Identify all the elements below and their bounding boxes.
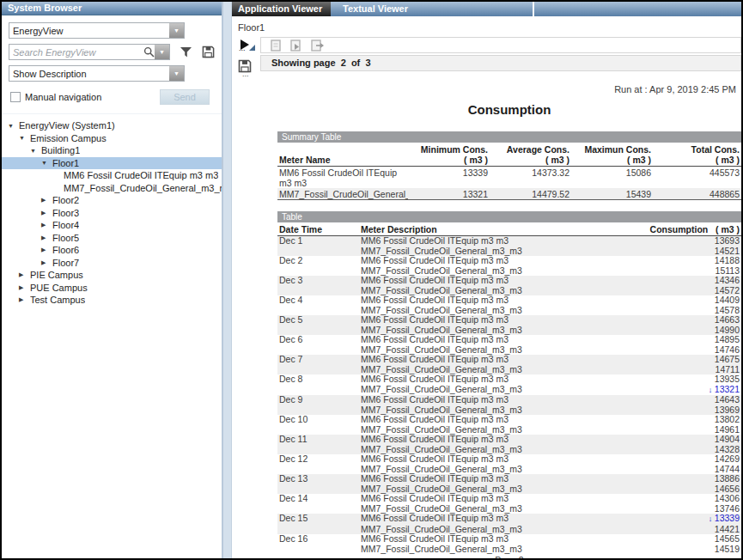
- summary-cell-maximum: 15086: [571, 167, 653, 189]
- summary-table: Meter Name Minimum Cons.( m3 ) Average C…: [277, 143, 741, 200]
- detail-cell-date: Dec 15: [277, 514, 359, 534]
- run-timestamp: Run at : Apr 9, 2019 2:45 PM: [277, 71, 741, 94]
- detail-cell-value: 14656: [645, 484, 741, 495]
- detail-cell-date: Dec 1: [277, 236, 359, 257]
- tree-expanded-icon[interactable]: ▼: [19, 135, 30, 141]
- tree-item-mm6-fossil-crudeoil-itequip-m3-m3[interactable]: MM6 Fossil CrudeOil ITEquip m3 m3: [2, 169, 222, 182]
- document-export-icon[interactable]: [311, 40, 324, 52]
- tree-collapsed-icon[interactable]: ▶: [41, 197, 52, 204]
- summary-cell-average: 14373.32: [490, 167, 571, 189]
- detail-cell-value: 14578: [645, 306, 741, 316]
- tree-collapsed-icon[interactable]: ▶: [41, 259, 52, 266]
- detail-header-row: Date Time Meter Description Consumption …: [277, 222, 741, 236]
- detail-cell-value: 14328: [645, 445, 741, 455]
- tree-item-floor1[interactable]: ▼Floor1: [2, 157, 222, 170]
- application-window: System Browser EnergyView ▼ ▼: [0, 0, 743, 560]
- detail-cell-date: Dec 11: [277, 435, 359, 454]
- tree-expanded-icon[interactable]: ▼: [30, 148, 41, 154]
- send-button[interactable]: Send: [160, 89, 210, 105]
- summary-cell-maximum: 15439: [571, 188, 653, 200]
- tree-item-label: Floor3: [52, 208, 79, 218]
- panel-splitter[interactable]: [222, 2, 232, 558]
- save-report-button[interactable]: ...: [238, 59, 253, 76]
- viewer-panel: Application Viewer Textual Viewer Floor1…: [232, 2, 741, 558]
- detail-cell-meter: MM6 Fossil CrudeOil ITEquip m3 m3: [359, 374, 645, 385]
- tree-item-energyview-system1[interactable]: ▼EnergyView (System1): [2, 119, 222, 132]
- summary-cell-minimum: 13339: [408, 167, 490, 189]
- tree-item-floor2[interactable]: ▶Floor2: [2, 194, 222, 207]
- display-mode-dropdown-button[interactable]: ▼: [169, 66, 184, 81]
- manual-navigation-label: Manual navigation: [25, 92, 101, 102]
- system-tree: ▼EnergyView (System1)▼Emission Campus▼Bu…: [2, 113, 222, 558]
- summary-header-row: Meter Name Minimum Cons.( m3 ) Average C…: [277, 143, 741, 167]
- tree-collapsed-icon[interactable]: ▶: [19, 271, 30, 278]
- document-icon[interactable]: [271, 40, 281, 52]
- tab-textual-viewer[interactable]: Textual Viewer: [331, 2, 434, 16]
- tree-item-label: MM7_Fossil_CrudeOil_General_m3_m3: [64, 183, 222, 193]
- tree-item-label: Floor7: [52, 258, 79, 268]
- tree-item-floor6[interactable]: ▶Floor6: [2, 244, 222, 257]
- tree-item-building1[interactable]: ▼Building1: [2, 144, 222, 157]
- save-filter-icon[interactable]: [202, 46, 215, 58]
- detail-cell-value: 13746: [645, 504, 741, 514]
- detail-cell-meter: MM6 Fossil CrudeOil ITEquip m3 m3: [359, 534, 645, 545]
- system-browser-panel: System Browser EnergyView ▼ ▼: [2, 2, 222, 558]
- tree-item-floor7[interactable]: ▶Floor7: [2, 257, 222, 270]
- tree-item-label: Floor6: [52, 245, 79, 255]
- detail-cell-value: 14572: [645, 286, 741, 296]
- filter-icon[interactable]: [180, 46, 192, 58]
- detail-cell-meter: MM6 Fossil CrudeOil ITEquip m3 m3: [359, 256, 645, 266]
- manual-navigation-checkbox[interactable]: [10, 92, 21, 102]
- detail-cell-meter: MM7_Fossil_CrudeOil_General_m3_m3: [359, 345, 645, 356]
- col-consumption: Consumption ( m3 ): [645, 222, 741, 236]
- tree-item-mm7-fossil-crudeoil-general-m3-m3[interactable]: MM7_Fossil_CrudeOil_General_m3_m3: [2, 182, 222, 195]
- detail-cell-date: Dec 13: [277, 474, 359, 494]
- summary-section-header: Summary Table: [277, 131, 741, 143]
- document-play-icon[interactable]: [290, 40, 301, 52]
- search-dropdown-button[interactable]: ▼: [155, 45, 169, 59]
- detail-cell-meter: MM7_Fossil_CrudeOil_General_m3_m3: [359, 465, 645, 475]
- system-browser-title: System Browser: [2, 2, 222, 15]
- detail-cell-value: 13935: [645, 374, 741, 385]
- tree-collapsed-icon[interactable]: ▶: [41, 234, 52, 241]
- display-mode-selector[interactable]: Show Description ▼: [9, 65, 185, 82]
- col-maximum-cons: Maximun Cons.( m3 ): [571, 143, 653, 167]
- tree-item-emission-campus[interactable]: ▼Emission Campus: [2, 132, 222, 145]
- tree-item-test-campus[interactable]: ▶Test Campus: [2, 294, 222, 307]
- tree-collapsed-icon[interactable]: ▶: [19, 284, 30, 291]
- tree-item-floor5[interactable]: ▶Floor5: [2, 232, 222, 245]
- view-selector[interactable]: EnergyView ▼: [9, 22, 185, 39]
- detail-cell-meter: MM6 Fossil CrudeOil ITEquip m3 m3: [359, 514, 645, 525]
- col-total-cons: Total Cons.( m3 ): [653, 143, 741, 167]
- detail-cell-meter: MM7_Fossil_CrudeOil_General_m3_m3: [359, 385, 645, 396]
- detail-cell-value: 14421: [645, 525, 741, 535]
- detail-cell-meter: MM6 Fossil CrudeOil ITEquip m3 m3: [359, 454, 645, 465]
- viewer-tab-bar: Application Viewer Textual Viewer: [232, 2, 741, 16]
- tree-item-floor3[interactable]: ▶Floor3: [2, 207, 222, 220]
- summary-row: MM7_Fossil_CrudeOil_General_1332114479.5…: [277, 188, 741, 200]
- tree-item-pue-campus[interactable]: ▶PUE Campus: [2, 282, 222, 295]
- detail-cell-meter: MM7_Fossil_CrudeOil_General_m3_m3: [359, 247, 645, 257]
- run-report-button[interactable]: ...: [238, 39, 257, 54]
- detail-row: Dec 1MM6 Fossil CrudeOil ITEquip m3 m313…: [277, 236, 741, 247]
- detail-row: Dec 5MM6 Fossil CrudeOil ITEquip m3 m314…: [277, 315, 741, 326]
- detail-cell-value: 14306: [645, 494, 741, 504]
- tree-item-label: EnergyView (System1): [19, 120, 115, 131]
- tree-collapsed-icon[interactable]: ▶: [41, 210, 52, 216]
- tree-item-floor4[interactable]: ▶Floor4: [2, 219, 222, 232]
- search-icon[interactable]: [143, 46, 155, 58]
- tree-expanded-icon[interactable]: ▼: [8, 123, 19, 129]
- tree-collapsed-icon[interactable]: ▶: [41, 247, 52, 253]
- detail-cell-value: 14895: [645, 335, 741, 345]
- detail-cell-date: Dec 2: [277, 256, 359, 276]
- tree-collapsed-icon[interactable]: ▶: [19, 296, 30, 303]
- tree-collapsed-icon[interactable]: ▶: [41, 222, 52, 228]
- tree-item-pie-campus[interactable]: ▶PIE Campus: [2, 269, 222, 282]
- detail-cell-value: 14565: [645, 534, 741, 545]
- tree-expanded-icon[interactable]: ▼: [41, 160, 52, 166]
- detail-cell-value: 14711: [645, 365, 741, 375]
- search-input[interactable]: [9, 47, 143, 58]
- view-selector-dropdown-button[interactable]: ▼: [169, 23, 184, 38]
- tree-item-label: Building1: [41, 145, 80, 155]
- tab-application-viewer[interactable]: Application Viewer: [232, 2, 331, 16]
